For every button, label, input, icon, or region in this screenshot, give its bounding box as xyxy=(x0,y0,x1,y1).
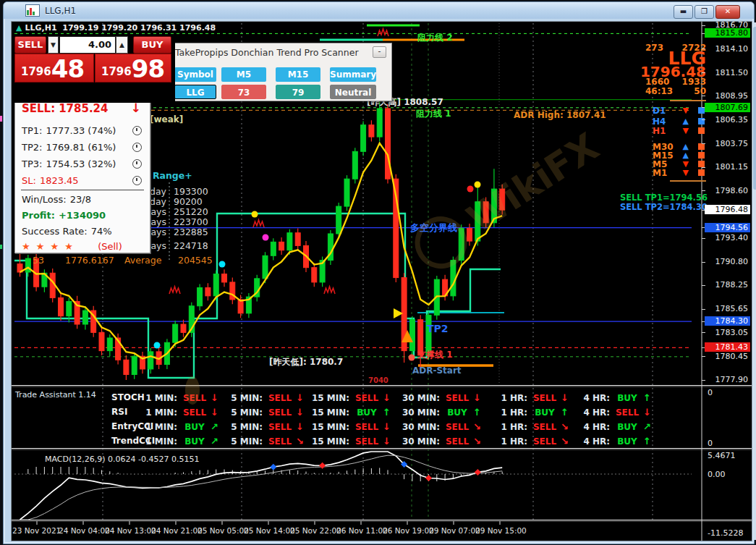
level-label: TP3: xyxy=(22,159,42,169)
price-axis-label: 1803.75 xyxy=(702,139,750,148)
ta-signal-arrow-icon: ↓ xyxy=(643,407,651,418)
time-label: 25 Nov 22:00 xyxy=(290,526,341,535)
ta-signal-arrow-icon: ↑ xyxy=(643,436,651,447)
lot-increase-button[interactable]: ▲ xyxy=(116,36,128,54)
ta-signal-arrow-icon: ↓ xyxy=(211,392,218,403)
ta-timeframe-label: 1 HR: xyxy=(485,422,527,432)
scanner-cell-value[interactable]: 79 xyxy=(276,85,320,99)
price-axis-label: 1781.43 xyxy=(705,342,750,352)
scanner-header-m5[interactable]: M5 xyxy=(221,67,266,82)
time-label: 26 Nov 19:00 xyxy=(383,526,434,535)
time-label: 25 Nov 05:00 xyxy=(198,526,249,535)
dashboard-stat-row: Success Rate:74% xyxy=(22,226,144,239)
background-window-mark xyxy=(0,116,2,122)
sell-button[interactable]: SELL xyxy=(14,36,46,54)
ta-signal-cell: 5 MIN:SELL↘ xyxy=(221,436,305,447)
lot-size-input[interactable]: 4.00 xyxy=(59,36,116,54)
buy-price[interactable]: 179698 xyxy=(95,54,171,83)
ta-signal-value: BUY xyxy=(614,393,640,403)
screenshot-root: LLG,H1 ▬ ❐ ✕ ▲LLG,H1 1799.19 1799.20 179… xyxy=(0,0,756,545)
minimize-button[interactable]: ▬ xyxy=(674,5,693,19)
level-value: 1823.45 xyxy=(40,175,79,186)
price-axis-label: 1790.80 xyxy=(702,257,750,266)
alert-clock-icon[interactable] xyxy=(132,126,142,135)
price-axis-label: 1811.50 xyxy=(702,68,750,77)
dashboard-stat-row: Win/Loss:23/8 xyxy=(22,194,144,207)
ta-signal-cell: 30 MIN:SELL↓ xyxy=(398,392,482,403)
time-label: 29 Nov 15:00 xyxy=(475,526,527,535)
scanner-minimize-button[interactable]: - xyxy=(373,46,386,58)
level-label: TP2: xyxy=(22,142,42,153)
lot-decrease-button[interactable]: ▼ xyxy=(48,36,59,54)
direction-arrow-icon: ▼ xyxy=(683,106,689,115)
chart-scrollbar[interactable] xyxy=(753,22,756,540)
ta-timeframe-label: 5 MIN: xyxy=(221,422,263,432)
stat-value: 23/8 xyxy=(70,194,91,205)
timeframe-label: H4 xyxy=(653,117,666,127)
ta-signal-value: SELL xyxy=(182,407,208,418)
sell-arrow-icon: ↓ xyxy=(131,101,141,115)
alert-clock-icon[interactable] xyxy=(132,176,142,185)
scanner-header-m15[interactable]: M15 xyxy=(276,67,320,82)
ta-signal-cell: 5 MIN:SELL↓ xyxy=(221,407,305,418)
scanner-cell-symbol[interactable]: LLG xyxy=(174,85,216,99)
scanner-header-summary[interactable]: Summary xyxy=(330,67,376,82)
chart-annotation: ADR-Start xyxy=(412,366,462,376)
price-axis-label: 1798.60 xyxy=(702,186,750,195)
daily-range-summary: 53 xyxy=(33,255,44,266)
dashboard-level-row: TP1:1777.33 (74%) xyxy=(22,125,144,138)
restore-button[interactable]: ❐ xyxy=(695,5,714,19)
ta-signal-arrow-icon: ↗ xyxy=(211,421,218,432)
ta-signal-arrow-icon: ↓ xyxy=(473,392,481,403)
close-button[interactable]: ✕ xyxy=(715,5,740,19)
chart-annotation: ADR High: 1807.41 xyxy=(514,110,606,120)
buy-button[interactable]: BUY xyxy=(133,36,171,54)
trade-assistant-title: Trade Assistant 1.14 xyxy=(15,390,96,400)
ta-timeframe-label: 30 MIN: xyxy=(398,422,440,432)
daily-range-summary: 1776.6167 xyxy=(65,255,114,266)
time-label: 24 Nov 04:00 xyxy=(59,526,110,535)
stat-value: 74% xyxy=(91,226,112,237)
daily-range-value: 193300 xyxy=(174,186,208,197)
window-titlebar[interactable]: LLG,H1 ▬ ❐ ✕ xyxy=(4,2,754,19)
alert-clock-icon[interactable] xyxy=(132,143,142,152)
ta-signal-cell: 15 MIN:SELL↓ xyxy=(307,436,391,447)
price-axis-label: 1784.30 xyxy=(705,316,750,326)
ta-timeframe-label: 30 MIN: xyxy=(398,407,440,418)
ta-timeframe-label: 15 MIN: xyxy=(307,436,349,447)
chart-area[interactable]: ▲LLG,H1 1799.19 1799.20 1796.31 1796.48 … xyxy=(11,21,752,541)
ta-signal-arrow-icon: ↗ xyxy=(643,421,651,432)
scanner-cell-value[interactable]: 73 xyxy=(221,85,266,99)
chart-annotation: 阻力线 2 xyxy=(417,32,453,44)
daily-range-value: 223700 xyxy=(174,216,208,227)
ta-signal-value: SELL xyxy=(354,393,380,403)
ta-signal-value: SELL xyxy=(444,436,470,447)
price-axis-label: 1793.40 xyxy=(702,233,750,242)
ta-signal-value: SELL xyxy=(532,393,558,403)
ta-indicator-name: RSI xyxy=(111,407,127,417)
scanner-cell-value[interactable]: Neutral xyxy=(330,85,376,99)
ta-signal-arrow-icon: ↓ xyxy=(296,407,304,418)
ta-signal-arrow-icon: ↓ xyxy=(296,421,304,432)
dashboard-signal: SELL:1785.24 ↓ xyxy=(22,102,144,115)
ta-signal-cell: 30 MIN:SELL↘ xyxy=(398,436,482,447)
scrollbar-thumb[interactable] xyxy=(753,27,756,190)
timer-row: 46:1350 xyxy=(645,86,708,96)
timeframe-label: H1 xyxy=(653,126,666,136)
ta-timeframe-label: 15 MIN: xyxy=(307,422,349,432)
alert-clock-icon[interactable] xyxy=(132,159,142,169)
price-axis-label: 1806.35 xyxy=(702,115,750,124)
symbol-arrow-icon: ▲ xyxy=(16,23,22,33)
star-rating: ★ ★ ★ ★ xyxy=(22,241,75,252)
timeframe-signal-row: H1▼ xyxy=(645,126,708,135)
sell-price[interactable]: 179648 xyxy=(14,54,94,83)
price-axis-label: 1815.80 xyxy=(705,28,750,38)
ta-signal-arrow-icon: ↑ xyxy=(473,407,481,418)
ta-signal-cell: 1 MIN:SELL↓ xyxy=(135,392,219,403)
price-axis[interactable]: 1816.701815.801814.101811.501808.951807.… xyxy=(702,22,752,541)
ta-signal-cell: 15 MIN:SELL↓ xyxy=(307,392,391,403)
scanner-header-symbol[interactable]: Symbol xyxy=(174,67,216,82)
chart-annotation: 支撑线 1 xyxy=(417,349,453,361)
ta-signal-value: SELL xyxy=(444,422,470,432)
ta-signal-arrow-icon: ↓ xyxy=(383,392,391,403)
